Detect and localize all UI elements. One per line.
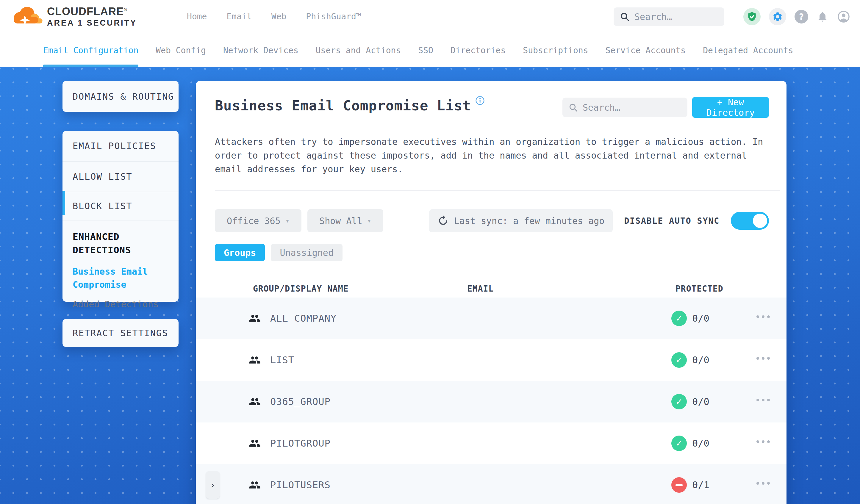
protected-status-icon: ✓ [671, 352, 687, 368]
protected-count: 0/1 [692, 479, 710, 491]
tab-web-config[interactable]: Web Config [156, 34, 206, 67]
sidebar-card-domains-routing[interactable]: DOMAINS & ROUTING [62, 81, 178, 112]
page-title: Business Email Compromise List [215, 98, 471, 114]
topnav-email[interactable]: Email [227, 12, 252, 21]
info-icon[interactable] [475, 96, 485, 106]
row-menu-button[interactable] [757, 440, 770, 443]
table-row[interactable]: PILOTGROUP ✓ 0/0 [196, 422, 787, 464]
gear-icon [772, 11, 783, 22]
tab-groups[interactable]: Groups [215, 244, 265, 261]
directory-select-value: Office 365 [227, 216, 281, 226]
group-name: PILOTUSERS [270, 464, 331, 504]
show-filter-select[interactable]: Show All ▾ [307, 209, 383, 232]
row-menu-button[interactable] [757, 315, 770, 318]
tab-sso[interactable]: SSO [418, 34, 433, 67]
global-search[interactable] [614, 8, 724, 26]
tab-directories[interactable]: Directories [450, 34, 505, 67]
toggle-knob [753, 214, 767, 228]
auto-sync-label: DISABLE AUTO SYNC [624, 216, 719, 226]
row-menu-button[interactable] [757, 482, 770, 485]
protected-count: 0/0 [692, 396, 710, 407]
settings-button[interactable] [769, 8, 786, 25]
list-search[interactable] [562, 98, 687, 117]
group-name: O365_GROUP [270, 381, 331, 422]
group-icon [249, 396, 261, 409]
table-row[interactable]: ALL COMPANY ✓ 0/0 [196, 298, 787, 339]
sidebar-item-retract-settings[interactable]: RETRACT SETTINGS [62, 319, 178, 347]
tab-email-configuration[interactable]: Email Configuration [43, 34, 138, 67]
auto-sync-toggle[interactable] [731, 212, 769, 230]
registered-mark: ® [124, 8, 127, 12]
column-email: EMAIL [467, 284, 494, 294]
bell-icon [817, 11, 829, 23]
last-sync-text: Last sync: a few minutes ago [454, 216, 605, 226]
chevron-down-icon: ▾ [285, 217, 289, 225]
directory-select[interactable]: Office 365 ▾ [215, 209, 301, 232]
row-menu-button[interactable] [757, 357, 770, 360]
sidebar-item-business-email-compromise[interactable]: Business Email Compromise [73, 265, 169, 291]
tab-network-devices[interactable]: Network Devices [223, 34, 299, 67]
brand-subtitle: AREA 1 SECURITY [47, 18, 137, 28]
account-button[interactable] [837, 10, 850, 24]
list-search-input[interactable] [583, 102, 682, 113]
group-name: LIST [270, 339, 294, 381]
chevron-right-icon: › [211, 480, 215, 490]
protected-status-icon: ✓ [671, 477, 687, 493]
group-icon [249, 354, 261, 367]
row-menu-button[interactable] [757, 399, 770, 401]
brand-name: CLOUDFLARE® [47, 5, 137, 18]
sidebar-item-block-list[interactable]: BLOCK LIST [62, 192, 178, 220]
cloudflare-logo[interactable]: CLOUDFLARE® AREA 1 SECURITY [9, 3, 137, 29]
new-directory-button[interactable]: + New Directory [692, 97, 769, 118]
search-icon [619, 12, 630, 22]
top-nav: Home Email Web PhishGuard™ [187, 12, 361, 21]
security-status-button[interactable] [743, 8, 761, 25]
protected-status-icon: ✓ [671, 311, 687, 326]
topnav-home[interactable]: Home [187, 12, 207, 21]
topnav-phishguard[interactable]: PhishGuard™ [306, 12, 361, 21]
sidebar-item-added-detections[interactable]: Added Detections [73, 299, 169, 309]
help-button[interactable]: ? [794, 10, 808, 24]
table-row[interactable]: O365_GROUP ✓ 0/0 [196, 381, 787, 422]
tab-delegated-accounts[interactable]: Delegated Accounts [703, 34, 793, 67]
group-icon [249, 312, 261, 326]
group-table: ALL COMPANY ✓ 0/0 LIST ✓ 0/0 [196, 298, 787, 504]
main-panel: Business Email Compromise List + New Dir… [196, 81, 787, 504]
last-sync-button[interactable]: Last sync: a few minutes ago [429, 209, 613, 232]
group-icon [249, 479, 261, 492]
tab-users-and-actions[interactable]: Users and Actions [316, 34, 401, 67]
table-row[interactable]: LIST ✓ 0/0 [196, 339, 787, 381]
sidebar-item-allow-list[interactable]: ALLOW LIST [62, 161, 178, 192]
top-header: CLOUDFLARE® AREA 1 SECURITY Home Email W… [0, 0, 860, 33]
global-search-input[interactable] [634, 12, 718, 22]
protected-count: 0/0 [692, 354, 710, 366]
tab-unassigned[interactable]: Unassigned [271, 244, 343, 261]
tab-subscriptions[interactable]: Subscriptions [523, 34, 588, 67]
divider [215, 190, 780, 191]
group-name: PILOTGROUP [270, 422, 331, 464]
sidebar-card-policies: EMAIL POLICIES ALLOW LIST BLOCK LIST ENH… [62, 131, 178, 302]
protected-status-icon: ✓ [671, 435, 687, 451]
table-header: GROUP/DISPLAY NAME EMAIL PROTECTED [196, 280, 787, 298]
table-row[interactable]: › PILOTUSERS ✓ 0/1 [196, 464, 787, 504]
user-avatar-icon [837, 10, 850, 24]
search-icon [568, 103, 578, 112]
sidebar-card-retract[interactable]: RETRACT SETTINGS [62, 319, 178, 347]
sidebar-item-email-policies[interactable]: EMAIL POLICIES [62, 131, 178, 161]
sidebar-item-domains-routing[interactable]: DOMAINS & ROUTING [62, 81, 178, 112]
question-mark-icon: ? [799, 12, 804, 22]
cloudflare-cloud-icon [9, 3, 45, 29]
active-item-indicator [62, 191, 65, 215]
page-background: DOMAINS & ROUTING EMAIL POLICIES ALLOW L… [0, 67, 860, 504]
notifications-button[interactable] [817, 11, 829, 23]
tab-service-accounts[interactable]: Service Accounts [605, 34, 686, 67]
column-protected: PROTECTED [675, 284, 723, 294]
protected-count: 0/0 [692, 438, 710, 449]
sidebar-item-enhanced-detections[interactable]: ENHANCED DETECTIONS [73, 230, 169, 257]
shield-check-icon [747, 12, 757, 22]
topnav-web[interactable]: Web [271, 12, 287, 21]
protected-count: 0/0 [692, 313, 710, 324]
expand-row-button[interactable]: › [206, 471, 220, 499]
group-name: ALL COMPANY [270, 298, 336, 339]
group-icon [249, 437, 261, 450]
